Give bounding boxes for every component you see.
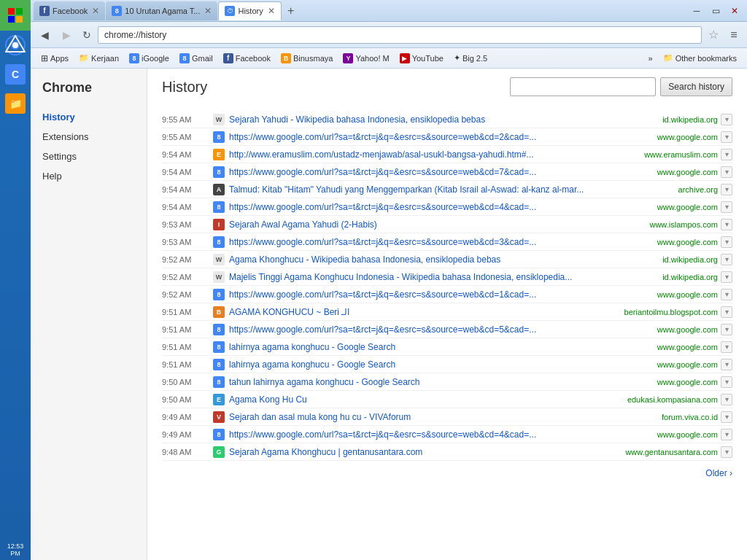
history-link-18[interactable]: https://www.google.com/url?sa=t&rct=j&q=… [229,429,653,440]
tab-facebook[interactable]: f Facebook ✕ [34,1,105,20]
history-remove-8[interactable]: ▾ [721,254,732,265]
history-link-10[interactable]: https://www.google.com/url?sa=t&rct=j&q=… [229,289,653,300]
bookmark-facebook[interactable]: f Facebook [219,50,275,66]
history-domain-19: www.gentanusantara.com [625,448,718,456]
history-remove-3[interactable]: ▾ [721,166,732,178]
history-favicon-14: 8 [213,359,225,370]
taskbar-icon-2[interactable]: C [2,61,28,88]
minimize-button[interactable]: ─ [687,4,706,18]
history-remove-13[interactable]: ▾ [721,341,732,353]
tab-history[interactable]: ⏱ History ✕ [218,1,281,20]
history-remove-16[interactable]: ▾ [721,394,732,405]
history-link-8[interactable]: Agama Khonghucu - Wikipedia bahasa Indon… [229,254,658,265]
history-favicon-16: E [213,394,225,405]
history-link-6[interactable]: Sejarah Awal Agama Yahudi (2-Habis) [229,219,645,230]
history-favicon-5: 8 [213,201,225,213]
back-button[interactable]: ◀ [35,26,54,44]
maximize-button[interactable]: ▭ [706,4,725,18]
history-remove-19[interactable]: ▾ [721,446,732,458]
browser-window: f Facebook ✕ 8 10 Urutan Agama T... ✕ ⏱ … [31,0,747,560]
history-domain-1: www.google.com [657,133,718,141]
forward-button[interactable]: ▶ [57,26,76,44]
history-favicon-0: W [213,114,225,125]
bookmark-apps[interactable]: ⊞ Apps [36,50,73,66]
history-remove-17[interactable]: ▾ [721,411,732,423]
bookmark-igoogle[interactable]: 8 iGoogle [125,50,174,66]
other-bookmarks-button[interactable]: 📁 Other bookmarks [659,50,741,66]
history-link-4[interactable]: Talmud: Kitab "Hitam" Yahudi yang Mengge… [229,184,674,195]
svg-rect-1 [16,8,23,15]
history-link-0[interactable]: Sejarah Yahudi - Wikipedia bahasa Indone… [229,114,658,125]
history-link-13[interactable]: lahirnya agama konghucu - Google Search [229,342,653,352]
sidebar-item-help[interactable]: Help [31,166,147,186]
history-domain-11: beriantoilmu.blogspot.com [624,308,718,316]
start-button[interactable] [0,0,31,31]
history-search-input[interactable] [510,77,656,96]
bookmark-gmail[interactable]: 8 Gmail [175,50,217,66]
sidebar-item-settings[interactable]: Settings [31,147,147,166]
history-remove-4[interactable]: ▾ [721,184,732,195]
bookmark-kerjaan-label: Kerjaan [91,54,119,63]
address-bar[interactable] [98,26,702,44]
history-link-1[interactable]: https://www.google.com/url?sa=t&rct=j&q=… [229,132,653,142]
taskbar-chrome-icon[interactable] [2,32,28,58]
article-tab-favicon: 8 [112,6,122,16]
history-link-5[interactable]: https://www.google.com/url?sa=t&rct=j&q=… [229,202,653,212]
history-remove-0[interactable]: ▾ [721,114,732,125]
older-link[interactable]: Older › [162,461,732,486]
history-remove-2[interactable]: ▾ [721,149,732,160]
close-button[interactable]: ✕ [725,4,744,18]
history-row: 9:52 AM W Agama Khonghucu - Wikipedia ba… [162,251,732,268]
history-link-14[interactable]: lahirnya agama konghucu - Google Search [229,359,653,370]
history-remove-18[interactable]: ▾ [721,429,732,440]
sidebar-item-history[interactable]: History [31,107,147,127]
history-link-11[interactable]: AGAMA KONGHUCU ~ Beri الـ [229,307,620,317]
bookmark-big25[interactable]: ✦ Big 2.5 [449,50,492,66]
history-row: 9:54 AM A Talmud: Kitab "Hitam" Yahudi y… [162,181,732,198]
bookmark-more-button[interactable]: » [646,54,656,63]
history-link-15[interactable]: tahun lahirnya agama konghucu - Google S… [229,377,653,387]
history-link-7[interactable]: https://www.google.com/url?sa=t&rct=j&q=… [229,237,653,247]
search-history-button[interactable]: Search history [660,77,732,96]
history-remove-6[interactable]: ▾ [721,219,732,230]
sidebar-item-extensions[interactable]: Extensions [31,127,147,147]
history-time-5: 9:54 AM [162,203,213,211]
history-domain-3: www.google.com [657,168,718,176]
bookmark-youtube[interactable]: ▶ YouTube [395,50,448,66]
history-domain-4: archive.org [678,185,718,194]
reload-button[interactable]: ↻ [79,27,95,43]
history-link-9[interactable]: Majelis Tinggi Agama Konghucu Indonesia … [229,272,658,282]
history-link-19[interactable]: Sejarah Agama Khonghucu | gentanusantara… [229,447,621,457]
tab-history-close[interactable]: ✕ [268,6,275,16]
history-link-16[interactable]: Agama Kong Hu Cu [229,394,623,405]
history-remove-5[interactable]: ▾ [721,201,732,213]
taskbar-icon-3[interactable]: 📁 [2,90,28,117]
tab-history-label: History [238,7,263,15]
tab-facebook-close[interactable]: ✕ [92,6,99,16]
history-remove-15[interactable]: ▾ [721,376,732,388]
history-favicon-4: A [213,184,225,195]
history-favicon-7: 8 [213,236,225,248]
history-remove-12[interactable]: ▾ [721,324,732,335]
history-favicon-13: 8 [213,341,225,353]
bookmark-big25-label: Big 2.5 [462,54,487,63]
bookmark-yahoo[interactable]: Y Yahoo! M [338,50,393,66]
tab-article-close[interactable]: ✕ [204,6,212,16]
history-remove-1[interactable]: ▾ [721,131,732,143]
history-remove-14[interactable]: ▾ [721,359,732,370]
chrome-menu-button[interactable]: ≡ [725,26,743,44]
history-remove-10[interactable]: ▾ [721,289,732,300]
history-link-17[interactable]: Sejarah dan asal mula kong hu cu - VIVAf… [229,412,657,422]
bookmark-kerjaan[interactable]: 📁 Kerjaan [74,50,123,66]
tab-article[interactable]: 8 10 Urutan Agama T... ✕ [106,1,217,20]
history-link-3[interactable]: https://www.google.com/url?sa=t&rct=j&q=… [229,167,653,177]
bookmark-star-button[interactable]: ☆ [705,26,722,44]
history-link-12[interactable]: https://www.google.com/url?sa=t&rct=j&q=… [229,324,653,335]
bookmark-binusmaya[interactable]: B Binusmaya [276,50,337,66]
history-link-2[interactable]: http://www.eramuslim.com/ustadz-menjawab… [229,149,640,160]
history-remove-11[interactable]: ▾ [721,306,732,318]
new-tab-button[interactable]: + [283,3,299,19]
history-remove-7[interactable]: ▾ [721,236,732,248]
history-time-3: 9:54 AM [162,168,213,176]
history-remove-9[interactable]: ▾ [721,271,732,283]
